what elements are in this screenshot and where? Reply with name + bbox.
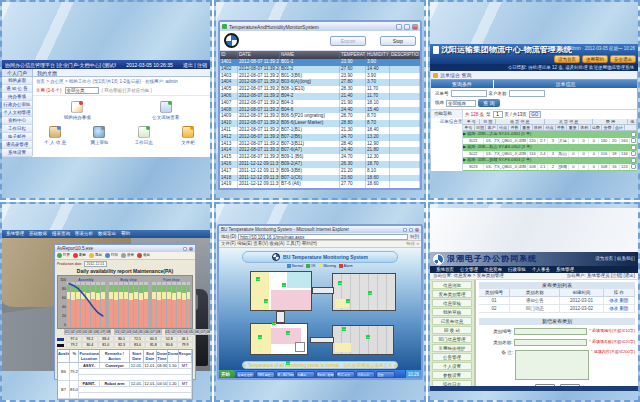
start-button[interactable]: 开始 xyxy=(219,370,235,379)
table-row[interactable]: 1414 2012-08-07 11:39:20 B07-6(A7) 24.40… xyxy=(220,147,420,154)
system-tray-clock[interactable]: 10:26 xyxy=(405,370,421,379)
category-name-input[interactable] xyxy=(514,339,587,346)
oa-header-links[interactable]: 设为首页 | 联系我们 xyxy=(595,256,635,261)
stacked-bar[interactable] xyxy=(129,282,133,327)
table-row[interactable]: 1401 2012-08-07 11:39:20 B01-1 23.90 3.9… xyxy=(220,59,420,66)
nav-item[interactable]: 个人事务 xyxy=(532,267,550,272)
table-row[interactable]: 1404 2012-08-07 11:39:20 B03-6(A)(long) … xyxy=(220,79,420,86)
stacked-bar[interactable] xyxy=(182,282,186,327)
sensor-marker[interactable]: 23 xyxy=(256,277,260,281)
col-header[interactable]: TEMPERATURE xyxy=(340,51,366,59)
menu-item[interactable]: 帮助 xyxy=(121,231,130,236)
portal-sidebar-item[interactable]: 电子邮件 xyxy=(2,133,32,141)
table-row[interactable]: 1411 2012-08-07 11:39:20 B07-1(B1) 21.30… xyxy=(220,127,420,134)
sidebar-item[interactable]: 我的草稿 xyxy=(432,308,472,316)
toolbar-button[interactable]: 打印 xyxy=(105,253,118,258)
stacked-bar[interactable] xyxy=(187,282,191,327)
sidebar-item[interactable]: 个人设置 xyxy=(432,362,472,370)
sensor-marker[interactable]: 22 xyxy=(286,331,290,335)
table-row[interactable]: 1412 2012-08-07 11:39:20 B07-2(B6) 24.70… xyxy=(220,134,420,141)
browser-menubar[interactable]: 文件(F) 编辑(E) 查看(V) 收藏(A) 工具(T) 帮助(H) xyxy=(221,241,317,246)
cell-actions[interactable]: 修改 删除 xyxy=(604,305,635,313)
quick-button[interactable]: 使用帮助 xyxy=(582,55,608,63)
taskbar-button[interactable]: TMS 监控台 xyxy=(256,371,275,378)
row-checkbox[interactable] xyxy=(630,170,637,171)
table-row[interactable]: 1406 2012-08-07 11:39:20 B04-2 21.40 11.… xyxy=(220,93,420,100)
portal-category-select[interactable]: 全部分类 xyxy=(65,87,99,94)
launcher-todo[interactable]: 我的待办事项 xyxy=(52,101,102,120)
nav-item[interactable]: 系统首页 xyxy=(436,267,454,272)
col-header[interactable]: HUMIDITY xyxy=(366,51,390,59)
stacked-bar[interactable] xyxy=(109,282,113,327)
sensor-marker[interactable]: 23 xyxy=(366,335,370,339)
minimize-button[interactable] xyxy=(403,228,407,232)
table-row[interactable]: 1407 2012-08-07 11:39:20 B04-3 21.90 18.… xyxy=(220,100,420,107)
menu-item[interactable]: 系统管理 xyxy=(6,231,24,236)
toolbar-button[interactable]: 设置 xyxy=(121,253,134,258)
stacked-bar[interactable] xyxy=(144,282,148,327)
taskbar-button[interactable]: 消息中心 xyxy=(356,371,375,378)
table-row[interactable]: ▶ 线路: 沈阳—本溪 SY-BX-0304 (4 单) xyxy=(463,170,637,171)
close-button[interactable] xyxy=(189,247,193,251)
menu-item[interactable]: 图表分析 xyxy=(75,231,93,236)
quick-button[interactable]: 设为首页 xyxy=(554,55,580,63)
route-select[interactable]: 全部线路 xyxy=(446,100,476,107)
waybill-no-input[interactable] xyxy=(451,90,487,97)
go-button[interactable]: GO xyxy=(529,111,541,118)
col-header[interactable]: DATE xyxy=(238,51,280,59)
portal-tab-desktop[interactable]: 我的桌面 xyxy=(33,69,61,76)
sensor-marker[interactable]: 24 xyxy=(346,299,350,303)
table-row[interactable]: 1416 2011-12-12 09:11:39 B09-2(A7) 26.30… xyxy=(220,161,420,168)
taskbar-button[interactable]: 画图 xyxy=(376,371,395,378)
user-session-info[interactable]: 当前用户: 系统管理员 [注销] [退出] xyxy=(566,273,635,278)
links-label[interactable]: 链接 » xyxy=(406,241,419,246)
sidebar-item[interactable]: 信息审核 xyxy=(432,299,472,307)
table-row[interactable]: 1418 2011-12-12 09:11:39 B07-1(C6) 23.60… xyxy=(220,175,420,182)
taskbar-button[interactable]: IE - BU Temp... xyxy=(276,371,295,378)
sidebar-item[interactable]: 公告管理 xyxy=(432,353,472,361)
table-row[interactable]: 1417 2011-12-12 09:11:39 B09-3(B8) 21.20… xyxy=(220,168,420,175)
close-button[interactable] xyxy=(415,228,419,232)
stacked-bar[interactable] xyxy=(124,282,128,327)
sensor-marker[interactable]: 23 xyxy=(368,291,372,295)
sidebar-item[interactable]: 回 收 站 xyxy=(432,326,472,334)
table-row[interactable]: 1403 2012-08-07 11:39:20 B01-3(B6) 23.90… xyxy=(220,73,420,80)
table-row[interactable]: 01 通知公告 2012-03-01 修改 删除 xyxy=(479,297,635,305)
menu-item[interactable]: 报表查询 xyxy=(52,231,70,236)
launcher-journal[interactable]: 工作日志 xyxy=(124,126,164,145)
stacked-bar[interactable] xyxy=(162,282,166,327)
stop-button[interactable]: Stop xyxy=(380,36,416,46)
toolbar-button[interactable]: 导出 xyxy=(89,253,102,258)
stacked-bar[interactable] xyxy=(114,282,118,327)
tree-item[interactable]: · 运单综合查询(当日) xyxy=(434,118,462,126)
toolbar-button[interactable]: 打开 xyxy=(57,253,70,258)
remarks-textarea[interactable] xyxy=(515,350,589,380)
table-row[interactable]: 1410 2012-08-07 11:39:20 B06-6(Laser Mar… xyxy=(220,120,420,127)
stacked-bar[interactable] xyxy=(167,282,171,327)
toolbar-button[interactable]: 退出 xyxy=(137,253,150,258)
taskbar-button[interactable]: 资源管理器 xyxy=(236,371,255,378)
sensor-marker[interactable]: 31 xyxy=(272,321,276,325)
portal-sidebar-item[interactable]: 系统设置 xyxy=(2,149,32,157)
sensor-marker[interactable]: 24 xyxy=(342,327,346,331)
portal-sidebar-item[interactable]: 通讯录管理 xyxy=(2,141,32,149)
sidebar-item[interactable]: 常用链接维护 xyxy=(432,344,472,352)
quick-button[interactable]: 安全退出 xyxy=(610,55,636,63)
customer-input[interactable] xyxy=(509,90,545,97)
prod-date-value[interactable]: 2012-12-01 xyxy=(84,261,108,267)
sidebar-item[interactable]: 部门信息管理 xyxy=(432,335,472,343)
nav-item[interactable]: 公文管理 xyxy=(460,267,478,272)
stacked-bar[interactable] xyxy=(177,282,181,327)
maximize-button[interactable] xyxy=(409,228,413,232)
table-row[interactable]: 1409 2012-08-07 11:39:20 B06-5(P20 ungra… xyxy=(220,113,420,120)
launcher-cabinet[interactable]: 文件柜 xyxy=(168,126,208,145)
stacked-bar[interactable] xyxy=(172,282,176,327)
table-row[interactable]: 02 部门动态 2012-03-02 修改 删除 xyxy=(479,305,635,313)
launcher-profile[interactable]: 个 人 信 息 xyxy=(35,126,75,145)
logistics-tab[interactable]: 运单综合 查询 xyxy=(440,72,471,78)
menu-item[interactable]: 数据导出 xyxy=(98,231,116,236)
sensor-marker[interactable]: 24 xyxy=(282,283,286,287)
taskbar-button[interactable]: Excel - 数据 xyxy=(316,371,335,378)
col-header[interactable]: DESCRIPTION xyxy=(390,51,420,59)
portal-exit-link[interactable]: 退出 | 注销 xyxy=(183,62,207,68)
